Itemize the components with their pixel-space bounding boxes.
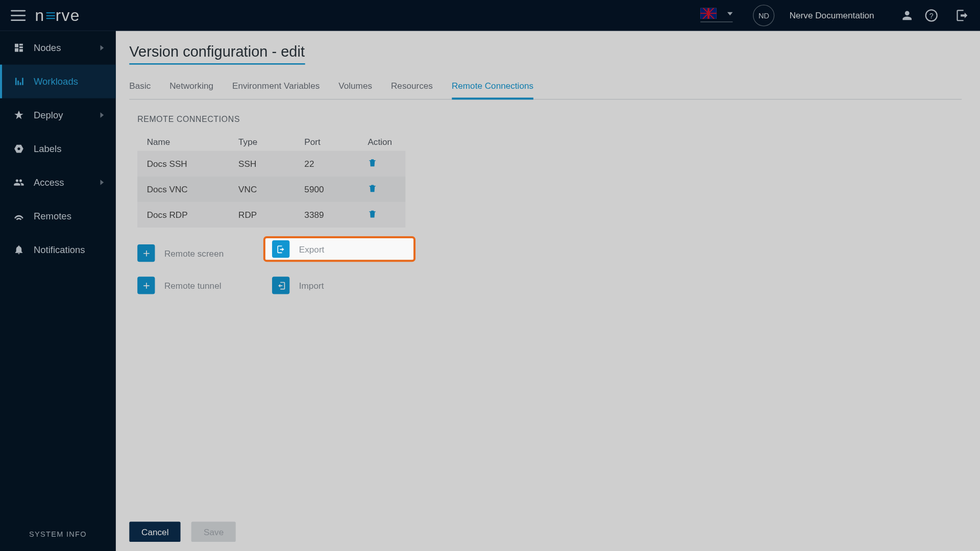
sidebar-item-label: Access: [34, 177, 64, 188]
sidebar-item-notifications[interactable]: Notifications: [0, 233, 116, 267]
chevron-down-icon: [727, 12, 733, 15]
plus-icon: [137, 277, 155, 294]
tab-remote-connections[interactable]: Remote Connections: [452, 81, 533, 99]
add-remote-screen-button[interactable]: Remote screen: [137, 242, 272, 264]
tabs: Basic Networking Environment Variables V…: [129, 81, 962, 99]
col-port: Port: [304, 136, 368, 146]
add-remote-tunnel-button[interactable]: Remote tunnel: [137, 274, 272, 296]
remote-connections-table: Name Type Port Action Docs SSH SSH 22 Do…: [137, 132, 405, 228]
main-content: Version configuration - edit Basic Netwo…: [116, 31, 980, 551]
import-button[interactable]: Import: [272, 274, 407, 296]
tab-env-variables[interactable]: Environment Variables: [232, 81, 320, 99]
table-row[interactable]: Docs VNC VNC 5900: [137, 177, 405, 202]
export-button[interactable]: Export: [265, 238, 413, 260]
save-button[interactable]: Save: [191, 522, 236, 542]
page-title: Version configuration - edit: [129, 43, 305, 64]
sidebar-item-deploy[interactable]: Deploy: [0, 98, 116, 132]
workloads-icon: [12, 76, 26, 87]
access-icon: [12, 177, 26, 188]
sidebar-item-label: Notifications: [34, 244, 85, 255]
col-name: Name: [147, 136, 238, 146]
sidebar-item-label: Labels: [34, 143, 61, 154]
documentation-link[interactable]: Nerve Documentation: [790, 10, 874, 20]
chevron-right-icon: [101, 180, 104, 185]
sidebar-item-workloads[interactable]: Workloads: [0, 65, 116, 98]
system-info-link[interactable]: SYSTEM INFO: [0, 516, 116, 551]
delete-row-button[interactable]: [368, 158, 414, 169]
import-icon: [272, 277, 289, 294]
tab-networking[interactable]: Networking: [169, 81, 213, 99]
app-logo: n≡rve: [35, 6, 80, 24]
plus-icon: [137, 244, 155, 262]
nodes-icon: [12, 42, 26, 53]
svg-text:?: ?: [929, 11, 934, 19]
delete-row-button[interactable]: [368, 184, 414, 195]
sidebar-item-access[interactable]: Access: [0, 166, 116, 199]
sidebar-item-labels[interactable]: Labels: [0, 132, 116, 166]
app-header: n≡rve ND Nerve Documentation ?: [0, 0, 980, 31]
chevron-right-icon: [101, 112, 104, 118]
sidebar-item-label: Remotes: [34, 211, 71, 221]
chevron-right-icon: [101, 45, 104, 51]
menu-icon[interactable]: [11, 10, 26, 20]
col-action: Action: [368, 136, 414, 146]
user-icon[interactable]: [900, 8, 915, 22]
table-row[interactable]: Docs RDP RDP 3389: [137, 202, 405, 228]
remotes-icon: [12, 211, 26, 221]
tab-volumes[interactable]: Volumes: [338, 81, 372, 99]
delete-row-button[interactable]: [368, 209, 414, 220]
table-row[interactable]: Docs SSH SSH 22: [137, 151, 405, 177]
help-icon[interactable]: ?: [924, 8, 939, 22]
sidebar-item-label: Workloads: [34, 76, 78, 87]
section-label: REMOTE CONNECTIONS: [137, 114, 962, 123]
sidebar-item-nodes[interactable]: Nodes: [0, 31, 116, 65]
cancel-button[interactable]: Cancel: [129, 522, 181, 542]
sidebar-item-label: Nodes: [34, 42, 61, 53]
tab-basic[interactable]: Basic: [129, 81, 151, 99]
sidebar-item-label: Deploy: [34, 110, 63, 120]
user-avatar[interactable]: ND: [753, 5, 774, 26]
deploy-icon: [12, 110, 26, 120]
bell-icon: [12, 244, 26, 255]
sidebar: Nodes Workloads Deploy Labels Access: [0, 31, 116, 551]
language-selector[interactable]: [701, 8, 733, 22]
table-header-row: Name Type Port Action: [137, 132, 405, 151]
tab-resources[interactable]: Resources: [391, 81, 433, 99]
sidebar-item-remotes[interactable]: Remotes: [0, 199, 116, 233]
uk-flag-icon: [701, 8, 717, 19]
export-icon: [272, 240, 289, 258]
col-type: Type: [238, 136, 304, 146]
labels-icon: [12, 143, 26, 154]
logout-icon[interactable]: [955, 8, 970, 22]
